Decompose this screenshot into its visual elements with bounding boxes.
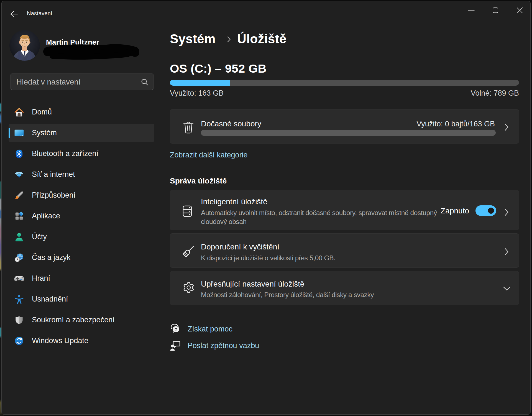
temp-files-card[interactable]: Dočasné soubory Využito: 0 bajtů/163 GB [170, 109, 519, 144]
settings-window: Nastavení [1, 1, 531, 415]
bluetooth-icon [14, 149, 24, 159]
chevron-right-icon [504, 247, 509, 256]
chevron-down-icon [503, 285, 511, 292]
maximize-icon [492, 6, 499, 13]
windows-update-icon [14, 336, 24, 346]
system-icon [14, 128, 24, 138]
sidebar-item-label: Windows Update [32, 336, 88, 345]
drive-title: OS (C:) – 952 GB [170, 62, 267, 75]
selected-indicator [9, 128, 10, 138]
sidebar-item-accounts[interactable]: Účty [9, 228, 154, 246]
screen: Nastavení [0, 0, 532, 416]
chevron-right-icon [504, 123, 509, 131]
sidebar-item-accessibility[interactable]: Usnadnění [9, 290, 154, 308]
minimize-button[interactable] [466, 4, 477, 14]
drive-used-label: Využito: 163 GB [170, 89, 224, 98]
send-feedback-link[interactable]: Poslat zpětnou vazbu [170, 340, 259, 351]
sidebar-item-label: Přizpůsobení [32, 191, 76, 200]
send-feedback-label: Poslat zpětnou vazbu [188, 341, 259, 350]
get-help-link[interactable]: Získat pomoc [170, 323, 232, 335]
feedback-icon [170, 340, 181, 351]
maximize-button[interactable] [490, 4, 501, 14]
accounts-icon [14, 232, 24, 242]
temp-files-usage-bar [201, 130, 496, 136]
temp-files-usage: Využito: 0 bajtů/163 GB [416, 120, 495, 128]
temp-files-title: Dočasné soubory [201, 119, 261, 128]
sidebar-item-label: Aplikace [32, 212, 60, 220]
smart-storage-title: Inteligentní úložiště [201, 197, 267, 206]
personalization-icon [14, 190, 24, 200]
smart-storage-toggle[interactable] [475, 205, 496, 216]
breadcrumb: Systém Úložiště [170, 31, 287, 46]
sidebar-item-network[interactable]: Síť a internet [9, 165, 154, 183]
broom-icon [182, 245, 195, 258]
trash-icon [183, 121, 194, 134]
privacy-icon [14, 315, 24, 325]
sidebar-item-label: Soukromí a zabezpečení [32, 316, 115, 324]
sidebar-item-bluetooth[interactable]: Bluetooth a zařízení [9, 145, 154, 163]
section-title: Správa úložiště [170, 177, 227, 185]
avatar-photo [9, 30, 40, 61]
drive-usage-bar-fill [170, 80, 230, 86]
drive-usage-bar [170, 80, 519, 86]
advanced-storage-description: Možnosti zálohování, Prostory úložiště, … [201, 290, 450, 299]
show-more-categories-link[interactable]: Zobrazit další kategorie [170, 151, 248, 159]
gaming-icon [14, 274, 24, 284]
time-language-icon [14, 253, 24, 263]
advanced-storage-card[interactable]: Upřesňující nastavení úložiště Možnosti … [170, 271, 519, 305]
smart-storage-card[interactable]: Inteligentní úložiště Automaticky uvolni… [170, 190, 519, 230]
scrollbar-thumb[interactable] [530, 119, 531, 190]
sidebar-item-personalization[interactable]: Přizpůsobení [9, 186, 154, 204]
app-title: Nastavení [27, 10, 52, 17]
sidebar-item-system[interactable]: Systém [9, 124, 154, 142]
gear-icon [182, 281, 195, 295]
get-help-icon [170, 323, 181, 335]
sidebar-item-home[interactable]: Domů [9, 103, 154, 121]
sidebar-item-label: Bluetooth a zařízení [32, 149, 98, 158]
sidebar-item-label: Hraní [32, 274, 50, 283]
breadcrumb-current: Úložiště [237, 31, 287, 46]
storage-sense-icon [182, 205, 192, 217]
minimize-icon [468, 6, 475, 13]
sidebar-item-gaming[interactable]: Hraní [9, 269, 154, 287]
advanced-storage-title: Upřesňující nastavení úložiště [201, 280, 305, 289]
back-button[interactable] [10, 10, 19, 18]
toggle-state-label: Zapnuto [430, 206, 469, 215]
sidebar-item-label: Čas a jazyk [32, 253, 71, 262]
search-input[interactable]: Hledat v nastavení [10, 73, 154, 90]
close-icon [516, 6, 523, 13]
search-placeholder: Hledat v nastavení [16, 78, 81, 86]
avatar[interactable] [9, 30, 40, 61]
close-button[interactable] [514, 4, 526, 14]
get-help-label: Získat pomoc [188, 325, 232, 333]
sidebar-item-windows-update[interactable]: Windows Update [9, 332, 154, 350]
smart-storage-description: Automaticky uvolnit místo, odstranit doč… [201, 208, 439, 226]
sidebar-item-apps[interactable]: Aplikace [9, 207, 154, 225]
sidebar-item-label: Síť a internet [32, 170, 75, 179]
network-icon [14, 170, 24, 180]
sidebar-item-label: Domů [32, 108, 52, 116]
toggle-knob [488, 208, 494, 214]
search-icon [141, 78, 149, 86]
sidebar-item-label: Účty [32, 233, 47, 241]
cleanup-description: K dispozici je úložiště o velikosti přes… [201, 254, 450, 262]
apps-icon [14, 211, 24, 221]
drive-free-label: Volné: 789 GB [392, 89, 519, 98]
breadcrumb-parent[interactable]: Systém [170, 31, 216, 46]
email-redaction-scribble [41, 44, 139, 61]
cleanup-title: Doporučení k vyčištění [201, 243, 279, 251]
sidebar-item-label: Usnadnění [32, 295, 68, 303]
chevron-right-icon [504, 208, 509, 216]
back-arrow-icon [10, 10, 19, 18]
cleanup-recommendations-card[interactable]: Doporučení k vyčištění K dispozici je úl… [170, 233, 519, 268]
home-icon [14, 107, 24, 117]
sidebar-item-label: Systém [32, 129, 57, 137]
breadcrumb-separator-icon [227, 35, 231, 43]
sidebar-item-time-language[interactable]: Čas a jazyk [9, 249, 154, 267]
sidebar-item-privacy[interactable]: Soukromí a zabezpečení [9, 311, 154, 329]
accessibility-icon [14, 294, 24, 304]
